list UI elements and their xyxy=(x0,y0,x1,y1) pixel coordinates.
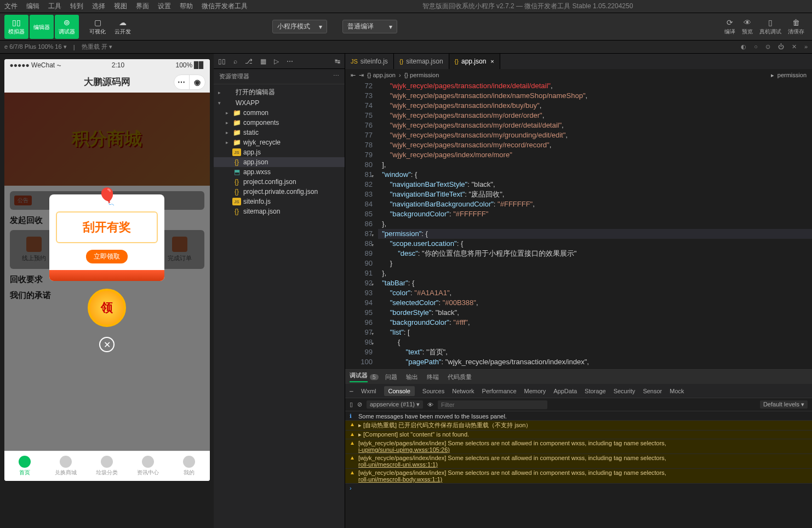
menu-item[interactable]: 设置 xyxy=(158,2,171,11)
tabbar-item[interactable]: 兑换商城 xyxy=(45,451,87,481)
menu-item[interactable]: 视图 xyxy=(114,2,127,11)
tree-project.private.config.json[interactable]: {}project.private.config.json xyxy=(214,187,345,197)
dt-tab1[interactable]: 调试器 xyxy=(350,371,368,382)
device-action-icon[interactable]: ⊙ xyxy=(765,43,770,50)
device-action-icon[interactable]: ○ xyxy=(754,43,758,50)
dt-tab2-Console[interactable]: Console xyxy=(384,386,415,396)
toolbar-预览[interactable]: 👁预览 xyxy=(742,18,753,36)
tree-打开的编辑器[interactable]: ▸打开的编辑器 xyxy=(214,87,345,98)
console-row[interactable]: ℹSome messages have been moved to the Is… xyxy=(345,412,812,421)
eye-icon[interactable]: 👁 xyxy=(427,401,433,408)
bc-nav-icon[interactable]: ⇤ xyxy=(351,72,356,79)
console-row[interactable]: ▲▸ [自动热重载] 已开启代码文件保存后自动热重载（不支持 json） xyxy=(345,421,812,431)
toolbar-编辑器[interactable]: 编辑器 xyxy=(30,15,54,39)
toolbar-编译[interactable]: ⟳编译 xyxy=(724,18,735,36)
device-action-icon[interactable]: ✕ xyxy=(792,43,797,50)
menu-item[interactable]: 帮助 xyxy=(180,2,193,11)
tree-static[interactable]: ▸📁static xyxy=(214,128,345,137)
run-icon[interactable]: ▷ xyxy=(274,58,279,65)
dt-tab2-Mock[interactable]: Mock xyxy=(670,388,684,394)
device-action-icon[interactable]: » xyxy=(804,43,808,50)
menu-item[interactable]: 编辑 xyxy=(26,2,39,11)
dt-tab1[interactable]: 问题 xyxy=(385,373,397,381)
dt-tab1[interactable]: 输出 xyxy=(406,373,418,381)
capsule-menu-icon[interactable]: ⋯ xyxy=(174,75,190,89)
dt-tab2-Sensor[interactable]: Sensor xyxy=(643,388,662,394)
search-icon[interactable]: ⌕ xyxy=(233,58,237,65)
tree-wjyk_recycle[interactable]: ▸📁wjyk_recycle xyxy=(214,137,345,147)
explorer-more-icon[interactable]: ⋯ xyxy=(333,72,339,81)
device-select[interactable]: e 6/7/8 Plus 100% 16 ▾ xyxy=(4,43,67,50)
tabbar-item[interactable]: 垃圾分类 xyxy=(87,451,128,481)
toolbar-清缓存[interactable]: 🗑清缓存 xyxy=(788,18,804,36)
bc-part[interactable]: {} permission xyxy=(404,72,439,78)
tree-project.config.json[interactable]: {}project.config.json xyxy=(214,177,345,187)
levels-select[interactable]: Default levels ▾ xyxy=(760,400,808,409)
device-action-icon[interactable]: ◐ xyxy=(741,43,746,50)
mode-select[interactable]: 小程序模式▾ xyxy=(272,20,327,33)
dt-tab1[interactable]: 代码质量 xyxy=(448,373,472,381)
dt-tab2-AppData[interactable]: AppData xyxy=(553,388,577,394)
dt-clear-icon[interactable]: ⊘ xyxy=(357,401,362,408)
tabbar-item[interactable]: 首页 xyxy=(4,451,45,481)
hot-reload-toggle[interactable]: 热重载 开 ▾ xyxy=(82,43,112,51)
tree-siteinfo.js[interactable]: JSsiteinfo.js xyxy=(214,197,345,206)
menu-item[interactable]: 微信开发者工具 xyxy=(202,2,248,11)
menu-item[interactable]: 文件 xyxy=(4,2,18,11)
dt-pick-icon[interactable]: ▯ xyxy=(350,401,353,408)
dt-tab2-Performance[interactable]: Performance xyxy=(482,388,517,394)
toolbar-真机调试[interactable]: ▯真机调试 xyxy=(759,18,781,36)
compile-select[interactable]: 普通编译▾ xyxy=(342,20,397,33)
bc-part[interactable]: {} app.json xyxy=(367,72,396,78)
chevron-right-icon[interactable]: ▸ xyxy=(771,72,774,79)
menu-item[interactable]: 界面 xyxy=(136,2,149,11)
code-editor[interactable]: 72737475767778798081▾828384858687▾88▾899… xyxy=(345,81,812,369)
editor-tab[interactable]: {}sitemap.json xyxy=(394,54,449,69)
tree-app.json[interactable]: {}app.json xyxy=(214,157,345,167)
tabbar-item[interactable]: 资讯中心 xyxy=(128,451,169,481)
editor-tab[interactable]: JSsiteinfo.js xyxy=(345,54,394,69)
menu-item[interactable]: 转到 xyxy=(70,2,83,11)
dt-tab2-Memory[interactable]: Memory xyxy=(524,388,546,394)
tree-app.wxss[interactable]: ⬒app.wxss xyxy=(214,167,345,177)
tree-WXAPP[interactable]: ▾WXAPP xyxy=(214,98,345,108)
scm-icon[interactable]: ⎇ xyxy=(245,58,253,65)
capsule-close-icon[interactable]: ◉ xyxy=(190,75,205,89)
console-row[interactable]: ▲[wjyk_recycle/pages/index/index] Some s… xyxy=(345,469,812,484)
toolbar-云开发[interactable]: ☁云开发 xyxy=(111,15,135,39)
context-select[interactable]: appservice (#11) ▾ xyxy=(367,400,423,409)
coin-badge[interactable]: 领 xyxy=(88,289,126,327)
tree-sitemap.json[interactable]: {}sitemap.json xyxy=(214,206,345,216)
close-icon[interactable]: ✕ xyxy=(99,337,115,352)
editor-tab[interactable]: {}app.json× xyxy=(449,54,500,69)
dt-tab1[interactable]: 终端 xyxy=(427,373,439,381)
toolbar-可视化[interactable]: ▢可视化 xyxy=(85,15,110,39)
dt-tab2-Security[interactable]: Security xyxy=(614,388,636,394)
device-action-icon[interactable]: ⏻ xyxy=(778,43,784,50)
bc-symbol[interactable]: permission xyxy=(777,72,807,78)
console-filter-input[interactable] xyxy=(438,400,547,409)
ext-icon[interactable]: ▦ xyxy=(260,58,266,65)
tree-common[interactable]: ▸📁common xyxy=(214,108,345,118)
console-row[interactable]: ▲▸ [Component] slot "content" is not fou… xyxy=(345,431,812,439)
menu-item[interactable]: 选择 xyxy=(92,2,105,11)
console-prompt[interactable]: › xyxy=(345,484,812,492)
console-row[interactable]: ▲[wjyk_recycle/pages/index/index] Some s… xyxy=(345,439,812,454)
menu-item[interactable]: 工具 xyxy=(48,2,61,11)
tree-app.js[interactable]: JSapp.js xyxy=(214,147,345,157)
dt-tab2-Network[interactable]: Network xyxy=(452,388,474,394)
dt-tab2-Wxml[interactable]: Wxml xyxy=(361,388,376,394)
more-icon[interactable]: ⋯ xyxy=(287,58,293,65)
console-row[interactable]: ▲[wjyk_recycle/pages/index/index] Some s… xyxy=(345,454,812,469)
bc-nav-icon[interactable]: ⇥ xyxy=(359,72,364,79)
toolbar-模拟器[interactable]: ▯▯模拟器 xyxy=(4,15,28,39)
dt-menu-icon[interactable]: ⎼ xyxy=(350,388,353,394)
toggle-icon[interactable]: ↹ xyxy=(335,58,340,65)
toolbar-调试器[interactable]: ⊚调试器 xyxy=(55,15,79,39)
dt-tab2-Storage[interactable]: Storage xyxy=(585,388,606,394)
tabbar-item[interactable]: 我的 xyxy=(169,451,210,481)
close-icon[interactable]: × xyxy=(490,58,494,65)
tree-components[interactable]: ▸📁components xyxy=(214,118,345,128)
files-icon[interactable]: ▯▯ xyxy=(218,58,226,65)
dt-tab2-Sources[interactable]: Sources xyxy=(422,388,444,394)
